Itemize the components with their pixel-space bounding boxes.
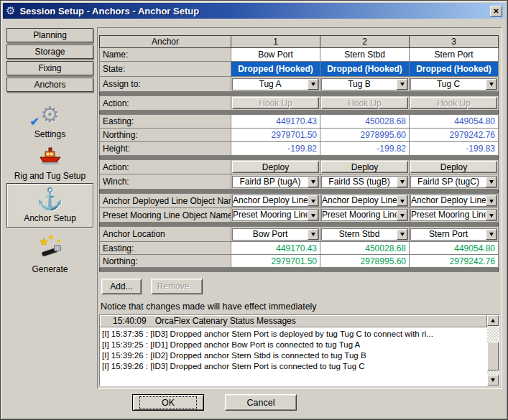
row-label-northing-loc: Northing: <box>100 255 231 268</box>
cancel-button-label: Cancel <box>247 398 275 408</box>
status-message: [I] 15:37:35 : [ID3] Dropped anchor Ster… <box>102 329 485 340</box>
deployed-line-combo-1[interactable]: Anchor Deploy Line <box>232 195 319 207</box>
sidebar-tab-storage[interactable]: Storage <box>6 45 93 59</box>
ok-button[interactable]: OK <box>132 394 204 411</box>
vertical-scrollbar[interactable] <box>487 315 499 386</box>
chevron-down-icon[interactable] <box>397 79 407 90</box>
close-icon: ✕ <box>493 7 499 15</box>
winch-combo-1[interactable]: Fairld BP (tugA) <box>232 176 319 188</box>
preset-line-value-3: Preset Mooring Line <box>411 210 486 220</box>
sidebar-item-label: Generate <box>32 264 68 274</box>
row-label-northing-state: Northing: <box>100 129 231 142</box>
row-label-height: Height: <box>100 142 231 156</box>
hook-up-button-1[interactable]: Hook Up <box>232 97 319 109</box>
scroll-up-button[interactable] <box>487 315 499 326</box>
sidebar-tab-fixing[interactable]: Fixing <box>6 61 93 75</box>
row-label-state: State: <box>100 62 231 77</box>
preset-line-combo-3[interactable]: Preset Mooring Line <box>410 209 497 221</box>
easting-state-value-2: 450028.68 <box>320 115 410 129</box>
height-value-3: -199.83 <box>410 142 499 156</box>
status-message-list[interactable]: [I] 15:37:35 : [ID3] Dropped anchor Ster… <box>100 327 487 386</box>
scroll-down-button[interactable] <box>487 375 499 386</box>
anchor-location-combo-2[interactable]: Stern Stbd <box>321 228 408 241</box>
deploy-button-3[interactable]: Deploy <box>410 161 497 173</box>
status-message: [I] 15:39:25 : [ID1] Dropped anchor Bow … <box>102 340 485 350</box>
chevron-down-icon[interactable] <box>397 177 407 187</box>
chevron-down-icon[interactable] <box>486 229 497 240</box>
preset-line-value-2: Preset Mooring Line <box>322 210 397 220</box>
anchor-icon: ⚓ <box>37 187 63 211</box>
remove-button[interactable]: Remove... <box>151 279 203 294</box>
assign-to-combo-3[interactable]: Tug C <box>410 78 497 90</box>
sidebar-item-anchor-setup[interactable]: ⚓ Anchor Setup <box>6 183 93 228</box>
magic-wand-stars-icon: ★ ★ ★ <box>38 238 63 262</box>
sidebar: Planning Storage Fixing Anchors ⚙ ✔ Sett… <box>6 28 93 387</box>
gear-check-icon: ⚙ ✔ <box>40 103 60 127</box>
preset-line-combo-1[interactable]: Preset Mooring Line <box>232 209 319 221</box>
status-title: OrcaFlex Catenary Status Messages <box>155 316 296 326</box>
scrollbar-thumb[interactable] <box>487 342 499 370</box>
state-value-2: Dropped (Hooked) <box>320 62 410 77</box>
col-header-3: 3 <box>410 36 499 48</box>
sidebar-item-label: Rig and Tug Setup <box>14 171 86 181</box>
hook-up-button-3[interactable]: Hook Up <box>410 97 497 109</box>
chevron-down-icon[interactable] <box>397 210 407 220</box>
status-message: [I] 15:39:26 : [ID2] Dropped anchor Ster… <box>102 350 485 361</box>
northing-loc-value-3: 2979242.76 <box>410 255 499 268</box>
status-timestamp: 15:40:09 <box>113 316 147 326</box>
sidebar-item-rig-and-tug-setup[interactable]: Rig and Tug Setup <box>6 141 93 184</box>
assign-to-combo-2[interactable]: Tug B <box>321 78 408 90</box>
chevron-down-icon[interactable] <box>397 195 407 206</box>
chevron-down-icon[interactable] <box>397 229 407 240</box>
assign-to-combo-1[interactable]: Tug A <box>232 78 319 90</box>
deploy-button-1[interactable]: Deploy <box>232 161 319 173</box>
chevron-down-icon[interactable] <box>486 177 497 187</box>
deployed-line-combo-2[interactable]: Anchor Deploy Line <box>321 195 408 207</box>
easting-loc-value-2: 450028.68 <box>320 242 410 255</box>
anchor-location-combo-3[interactable]: Stern Port <box>410 228 497 241</box>
sidebar-item-label: Settings <box>34 129 65 139</box>
col-header-2: 2 <box>320 36 410 48</box>
session-setup-dialog: ⚙ Session Setup - Anchors - Anchor Setup… <box>0 0 508 420</box>
preset-line-combo-2[interactable]: Preset Mooring Line <box>321 209 408 221</box>
ok-button-label: OK <box>139 396 197 409</box>
anchor-setup-panel: Anchor 1 2 3 Name: Bow Port Stern Stbd S… <box>97 27 502 389</box>
height-value-2: -199.82 <box>320 142 410 156</box>
title-bar: ⚙ Session Setup - Anchors - Anchor Setup… <box>3 3 505 19</box>
chevron-down-icon[interactable] <box>308 177 318 187</box>
sidebar-item-settings[interactable]: ⚙ ✔ Settings <box>6 100 93 142</box>
tugboat-icon <box>38 144 63 169</box>
chevron-down-icon[interactable] <box>308 210 318 220</box>
row-label-preset-line: Preset Mooring Line Object Name: <box>100 208 231 223</box>
table-corner-header: Anchor <box>100 36 231 48</box>
deployed-line-combo-3[interactable]: Anchor Deploy Line <box>410 195 497 207</box>
deployed-line-value-1: Anchor Deploy Line <box>233 195 308 206</box>
sidebar-item-generate[interactable]: ★ ★ ★ Generate <box>6 235 93 277</box>
hook-up-button-2[interactable]: Hook Up <box>321 97 408 109</box>
name-value-3: Stern Port <box>410 48 499 62</box>
cancel-button[interactable]: Cancel <box>225 394 297 411</box>
chevron-down-icon <box>491 378 495 384</box>
chevron-down-icon[interactable] <box>308 79 318 90</box>
sidebar-tab-anchors[interactable]: Anchors <box>6 78 93 92</box>
sidebar-tab-planning[interactable]: Planning <box>6 28 93 42</box>
chevron-down-icon[interactable] <box>486 79 497 90</box>
gear-icon: ⚙ <box>6 4 15 17</box>
chevron-down-icon[interactable] <box>486 210 497 220</box>
anchor-location-combo-1[interactable]: Bow Port <box>232 228 319 241</box>
row-label-easting-loc: Easting: <box>100 242 231 255</box>
chevron-down-icon[interactable] <box>308 229 318 240</box>
winch-combo-3[interactable]: Fairld SP (tugC) <box>410 176 497 188</box>
easting-loc-value-1: 449170.43 <box>231 242 320 255</box>
status-messages-header: 15:40:09 OrcaFlex Catenary Status Messag… <box>100 315 487 327</box>
chevron-down-icon[interactable] <box>486 195 497 206</box>
add-button[interactable]: Add... <box>101 279 142 294</box>
chevron-down-icon[interactable] <box>308 195 318 206</box>
anchor-location-value-1: Bow Port <box>233 229 308 240</box>
winch-combo-2[interactable]: Fairld SS (tugB) <box>321 176 408 188</box>
deploy-button-2[interactable]: Deploy <box>321 161 408 173</box>
close-button[interactable]: ✕ <box>490 6 502 17</box>
window-title: Session Setup - Anchors - Anchor Setup <box>19 6 199 17</box>
scrollbar-track[interactable] <box>487 326 499 375</box>
northing-state-value-1: 2979701.50 <box>231 129 320 142</box>
